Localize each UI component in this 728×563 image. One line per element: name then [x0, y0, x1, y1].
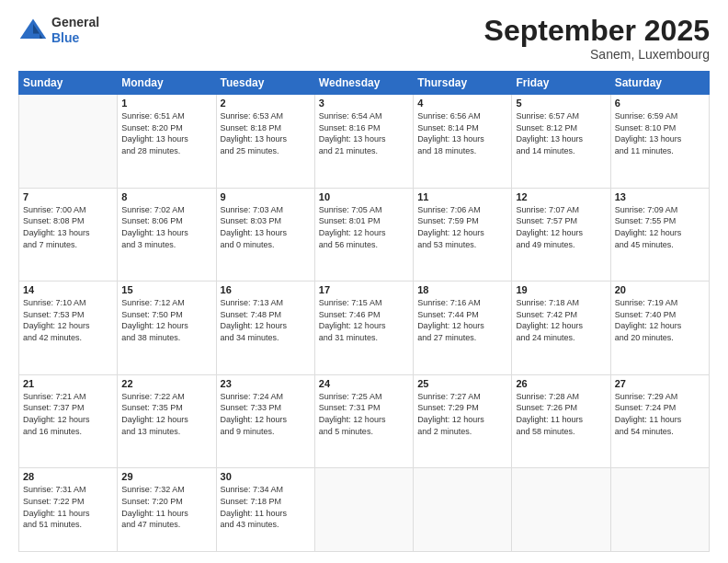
logo: General Blue — [18, 15, 99, 46]
day-info: Sunrise: 6:59 AM Sunset: 8:10 PM Dayligh… — [615, 110, 705, 156]
day-number: 22 — [121, 378, 211, 389]
day-info: Sunrise: 6:51 AM Sunset: 8:20 PM Dayligh… — [121, 110, 211, 156]
day-number: 3 — [319, 98, 409, 109]
calendar-cell: 30Sunrise: 7:34 AM Sunset: 7:18 PM Dayli… — [216, 468, 314, 552]
day-number: 7 — [23, 191, 113, 202]
calendar-cell: 23Sunrise: 7:24 AM Sunset: 7:33 PM Dayli… — [216, 374, 314, 468]
day-number: 30 — [221, 471, 311, 482]
day-number: 17 — [319, 284, 409, 295]
calendar-cell: 6Sunrise: 6:59 AM Sunset: 8:10 PM Daylig… — [610, 95, 709, 189]
header: General Blue September 2025 Sanem, Luxem… — [18, 15, 710, 62]
day-info: Sunrise: 7:03 AM Sunset: 8:03 PM Dayligh… — [221, 204, 311, 250]
day-info: Sunrise: 6:57 AM Sunset: 8:12 PM Dayligh… — [516, 110, 606, 156]
day-info: Sunrise: 7:05 AM Sunset: 8:01 PM Dayligh… — [319, 204, 409, 250]
calendar-cell: 7Sunrise: 7:00 AM Sunset: 8:08 PM Daylig… — [19, 188, 118, 282]
calendar-cell: 15Sunrise: 7:12 AM Sunset: 7:50 PM Dayli… — [118, 282, 216, 375]
day-number: 15 — [121, 284, 211, 295]
day-number: 21 — [23, 378, 113, 389]
day-info: Sunrise: 7:13 AM Sunset: 7:48 PM Dayligh… — [221, 297, 311, 343]
calendar-table: SundayMondayTuesdayWednesdayThursdayFrid… — [18, 71, 710, 552]
day-number: 20 — [615, 284, 705, 295]
main-title: September 2025 — [484, 15, 710, 47]
logo-general: General — [51, 15, 99, 29]
day-number: 24 — [319, 378, 409, 389]
calendar-cell: 1Sunrise: 6:51 AM Sunset: 8:20 PM Daylig… — [118, 95, 216, 189]
calendar-cell: 25Sunrise: 7:27 AM Sunset: 7:29 PM Dayli… — [414, 374, 512, 468]
calendar-cell: 14Sunrise: 7:10 AM Sunset: 7:53 PM Dayli… — [19, 282, 118, 375]
calendar-cell: 17Sunrise: 7:15 AM Sunset: 7:46 PM Dayli… — [314, 282, 413, 375]
day-info: Sunrise: 7:12 AM Sunset: 7:50 PM Dayligh… — [121, 297, 211, 343]
calendar-cell: 18Sunrise: 7:16 AM Sunset: 7:44 PM Dayli… — [414, 282, 512, 375]
weekday-header-wednesday: Wednesday — [314, 72, 413, 95]
day-number: 18 — [417, 284, 507, 295]
day-info: Sunrise: 6:53 AM Sunset: 8:18 PM Dayligh… — [221, 110, 311, 156]
day-info: Sunrise: 7:24 AM Sunset: 7:33 PM Dayligh… — [221, 391, 311, 437]
weekday-header-friday: Friday — [512, 72, 610, 95]
day-info: Sunrise: 7:09 AM Sunset: 7:55 PM Dayligh… — [615, 204, 705, 250]
day-number: 1 — [121, 98, 211, 109]
day-number: 23 — [221, 378, 311, 389]
day-number: 16 — [221, 284, 311, 295]
day-number: 11 — [417, 191, 507, 202]
calendar-cell: 26Sunrise: 7:28 AM Sunset: 7:26 PM Dayli… — [512, 374, 610, 468]
calendar-cell: 20Sunrise: 7:19 AM Sunset: 7:40 PM Dayli… — [610, 282, 709, 375]
day-number: 14 — [23, 284, 113, 295]
day-number: 8 — [121, 191, 211, 202]
subtitle: Sanem, Luxembourg — [484, 47, 710, 62]
day-number: 10 — [319, 191, 409, 202]
day-number: 26 — [516, 378, 606, 389]
calendar-cell: 9Sunrise: 7:03 AM Sunset: 8:03 PM Daylig… — [216, 188, 314, 282]
calendar-cell: 11Sunrise: 7:06 AM Sunset: 7:59 PM Dayli… — [414, 188, 512, 282]
day-info: Sunrise: 7:02 AM Sunset: 8:06 PM Dayligh… — [121, 204, 211, 250]
day-number: 27 — [615, 378, 705, 389]
day-info: Sunrise: 7:18 AM Sunset: 7:42 PM Dayligh… — [516, 297, 606, 343]
weekday-header-monday: Monday — [118, 72, 216, 95]
calendar-cell: 4Sunrise: 6:56 AM Sunset: 8:14 PM Daylig… — [414, 95, 512, 189]
calendar-cell — [414, 468, 512, 552]
calendar-cell: 28Sunrise: 7:31 AM Sunset: 7:22 PM Dayli… — [19, 468, 118, 552]
calendar-cell: 10Sunrise: 7:05 AM Sunset: 8:01 PM Dayli… — [314, 188, 413, 282]
day-info: Sunrise: 7:34 AM Sunset: 7:18 PM Dayligh… — [221, 484, 311, 530]
day-number: 12 — [516, 191, 606, 202]
calendar-week-row-4: 21Sunrise: 7:21 AM Sunset: 7:37 PM Dayli… — [19, 374, 710, 468]
calendar-cell: 19Sunrise: 7:18 AM Sunset: 7:42 PM Dayli… — [512, 282, 610, 375]
day-number: 19 — [516, 284, 606, 295]
calendar-week-row-1: 1Sunrise: 6:51 AM Sunset: 8:20 PM Daylig… — [19, 95, 710, 189]
calendar-cell — [19, 95, 118, 189]
day-info: Sunrise: 7:00 AM Sunset: 8:08 PM Dayligh… — [23, 204, 113, 250]
calendar-cell: 5Sunrise: 6:57 AM Sunset: 8:12 PM Daylig… — [512, 95, 610, 189]
day-info: Sunrise: 7:32 AM Sunset: 7:20 PM Dayligh… — [121, 484, 211, 530]
calendar-week-row-3: 14Sunrise: 7:10 AM Sunset: 7:53 PM Dayli… — [19, 282, 710, 375]
calendar-cell: 21Sunrise: 7:21 AM Sunset: 7:37 PM Dayli… — [19, 374, 118, 468]
weekday-header-saturday: Saturday — [610, 72, 709, 95]
day-info: Sunrise: 6:54 AM Sunset: 8:16 PM Dayligh… — [319, 110, 409, 156]
logo-text: General Blue — [51, 15, 99, 46]
day-info: Sunrise: 7:21 AM Sunset: 7:37 PM Dayligh… — [23, 391, 113, 437]
day-number: 13 — [615, 191, 705, 202]
weekday-header-thursday: Thursday — [414, 72, 512, 95]
calendar-cell: 22Sunrise: 7:22 AM Sunset: 7:35 PM Dayli… — [118, 374, 216, 468]
day-number: 5 — [516, 98, 606, 109]
day-info: Sunrise: 7:19 AM Sunset: 7:40 PM Dayligh… — [615, 297, 705, 343]
day-number: 9 — [221, 191, 311, 202]
day-number: 4 — [417, 98, 507, 109]
weekday-header-sunday: Sunday — [19, 72, 118, 95]
logo-icon — [18, 16, 48, 45]
day-info: Sunrise: 7:28 AM Sunset: 7:26 PM Dayligh… — [516, 391, 606, 437]
logo-blue: Blue — [51, 30, 79, 45]
day-info: Sunrise: 7:10 AM Sunset: 7:53 PM Dayligh… — [23, 297, 113, 343]
calendar-week-row-2: 7Sunrise: 7:00 AM Sunset: 8:08 PM Daylig… — [19, 188, 710, 282]
day-info: Sunrise: 7:25 AM Sunset: 7:31 PM Dayligh… — [319, 391, 409, 437]
day-info: Sunrise: 7:15 AM Sunset: 7:46 PM Dayligh… — [319, 297, 409, 343]
day-info: Sunrise: 7:22 AM Sunset: 7:35 PM Dayligh… — [121, 391, 211, 437]
day-number: 2 — [221, 98, 311, 109]
day-number: 6 — [615, 98, 705, 109]
calendar-cell — [314, 468, 413, 552]
calendar-cell — [512, 468, 610, 552]
title-block: September 2025 Sanem, Luxembourg — [484, 15, 710, 62]
day-info: Sunrise: 7:06 AM Sunset: 7:59 PM Dayligh… — [417, 204, 507, 250]
weekday-header-row: SundayMondayTuesdayWednesdayThursdayFrid… — [19, 72, 710, 95]
calendar-cell: 13Sunrise: 7:09 AM Sunset: 7:55 PM Dayli… — [610, 188, 709, 282]
calendar-cell: 27Sunrise: 7:29 AM Sunset: 7:24 PM Dayli… — [610, 374, 709, 468]
day-info: Sunrise: 7:29 AM Sunset: 7:24 PM Dayligh… — [615, 391, 705, 437]
